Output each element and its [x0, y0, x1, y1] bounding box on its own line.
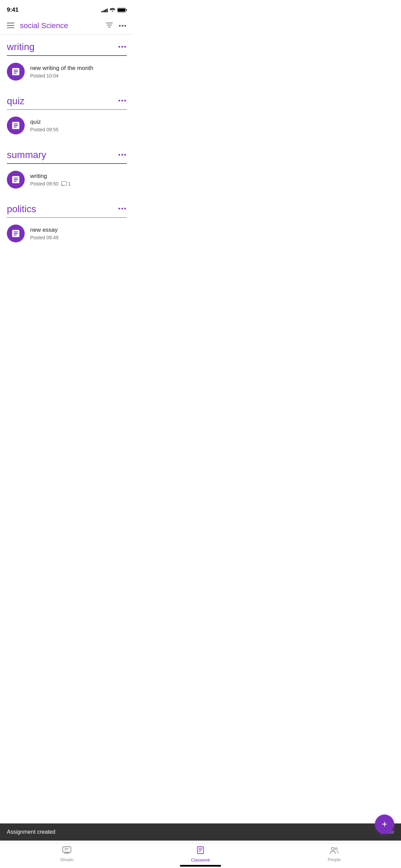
section-politics-title: politics: [7, 204, 36, 215]
section-summary-divider: [7, 163, 127, 164]
menu-icon[interactable]: [7, 22, 14, 30]
status-bar: 9:41: [0, 0, 134, 17]
comment-indicator: 1: [61, 181, 71, 186]
svg-rect-1: [7, 25, 14, 26]
section-summary-header: summary •••: [7, 149, 127, 160]
assignment-meta: Posted 09:50 1: [30, 181, 127, 186]
section-writing-title: writing: [7, 41, 35, 52]
section-politics-header: politics •••: [7, 204, 127, 215]
assignment-info: writing Posted 09:50 1: [30, 173, 127, 186]
svg-rect-0: [7, 23, 14, 23]
section-writing-header: writing •••: [7, 41, 127, 52]
section-summary-more[interactable]: •••: [118, 152, 127, 159]
signal-icon: [101, 8, 108, 12]
section-politics-divider: [7, 217, 127, 218]
posted-time: Posted 09:50: [30, 181, 59, 186]
assignment-item[interactable]: new essay Posted 09:49: [7, 225, 127, 251]
section-quiz-divider: [7, 109, 127, 110]
assignment-icon: [7, 225, 25, 242]
assignment-name: quiz: [30, 119, 127, 125]
section-quiz-title: quiz: [7, 96, 24, 107]
section-writing-divider: [7, 55, 127, 56]
assignment-item[interactable]: quiz Posted 09:55: [7, 117, 127, 143]
assignment-icon: [7, 171, 25, 189]
page-title: social Science: [20, 21, 100, 30]
assignment-icon: [7, 117, 25, 134]
assignment-meta: Posted 10:04: [30, 73, 127, 79]
svg-rect-2: [7, 27, 14, 28]
status-time: 9:41: [7, 7, 19, 13]
posted-time: Posted 09:55: [30, 127, 59, 132]
assignment-name: writing: [30, 173, 127, 180]
assignment-info: quiz Posted 09:55: [30, 119, 127, 132]
status-icons: [101, 7, 127, 13]
section-summary: summary ••• writing Posted 09:50: [0, 143, 134, 197]
section-summary-title: summary: [7, 149, 46, 160]
assignment-name: new writing of the month: [30, 65, 127, 72]
posted-time: Posted 10:04: [30, 73, 59, 79]
assignment-meta: Posted 09:55: [30, 127, 127, 132]
header-actions: •••: [106, 22, 127, 30]
assignment-name: new essay: [30, 227, 127, 233]
assignment-info: new writing of the month Posted 10:04: [30, 65, 127, 79]
main-content: writing ••• new writing of the month Pos…: [0, 35, 134, 278]
section-quiz-more[interactable]: •••: [118, 97, 127, 105]
assignment-meta: Posted 09:49: [30, 235, 127, 240]
section-writing: writing ••• new writing of the month Pos…: [0, 35, 134, 89]
svg-rect-6: [61, 181, 66, 185]
assignment-info: new essay Posted 09:49: [30, 227, 127, 240]
section-politics: politics ••• new essay Posted 09:49: [0, 197, 134, 251]
posted-time: Posted 09:49: [30, 235, 59, 240]
wifi-icon: [110, 7, 115, 13]
assignment-icon: [7, 63, 25, 81]
assignment-item[interactable]: writing Posted 09:50 1: [7, 171, 127, 197]
app-header: social Science •••: [0, 17, 134, 34]
section-politics-more[interactable]: •••: [118, 205, 127, 213]
header-more-icon[interactable]: •••: [119, 22, 127, 30]
section-writing-more[interactable]: •••: [118, 44, 127, 51]
battery-icon: [117, 8, 127, 12]
filter-icon[interactable]: [106, 22, 113, 30]
section-quiz: quiz ••• quiz Posted 09:55: [0, 89, 134, 143]
assignment-item[interactable]: new writing of the month Posted 10:04: [7, 63, 127, 89]
section-quiz-header: quiz •••: [7, 96, 127, 107]
